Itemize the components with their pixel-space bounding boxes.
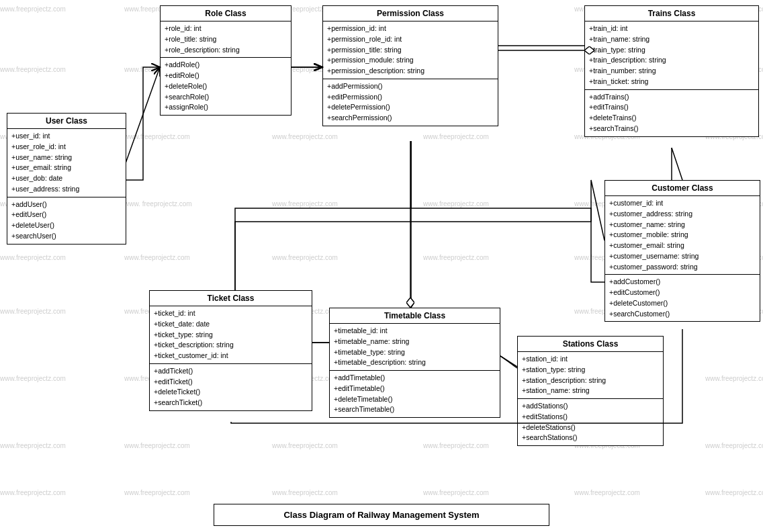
tt-attr-3: +timetable_type: string: [334, 347, 496, 358]
user-method-1: +addUser(): [11, 200, 122, 210]
stations-class-attributes: +station_id: int +station_type: string +…: [518, 352, 663, 399]
watermark-49: www.freeprojectz.com: [0, 489, 66, 496]
sta-method-1: +addStations(): [522, 401, 659, 412]
svg-line-13: [672, 148, 682, 180]
caption-box: Class Diagram of Railway Management Syst…: [214, 504, 549, 526]
tick-method-2: +editTicket(): [154, 377, 308, 388]
perm-attr-3: +permission_title: string: [327, 45, 494, 56]
sta-method-4: +searchStations(): [522, 433, 659, 443]
role-class-attributes: +role_id: int +role_title: string +role_…: [161, 21, 291, 58]
trains-attr-2: +train_name: string: [589, 34, 754, 45]
role-class-box: Role Class +role_id: int +role_title: st…: [160, 5, 291, 116]
tick-attr-4: +ticket_description: string: [154, 340, 308, 351]
user-attr-4: +user_email: string: [11, 163, 122, 173]
watermark-20: www. freeprojectz.com: [124, 200, 192, 208]
timetable-class-attributes: +timetable_id: int +timetable_name: stri…: [330, 324, 500, 371]
role-attr-1: +role_id: int: [165, 24, 287, 34]
perm-attr-4: +permission_module: string: [327, 55, 494, 66]
ticket-class-title: Ticket Class: [150, 291, 312, 306]
watermark-42: www.freeprojectz.com: [705, 375, 763, 382]
role-attr-2: +role_title: string: [165, 34, 287, 45]
svg-line-15: [500, 356, 517, 368]
role-method-5: +assignRole(): [165, 102, 287, 113]
watermark-26: www.freeprojectz.com: [124, 254, 190, 261]
perm-attr-1: +permission_id: int: [327, 24, 494, 34]
user-method-4: +searchUser(): [11, 231, 122, 242]
trains-method-4: +searchTrains(): [589, 124, 754, 134]
tick-method-3: +deleteTicket(): [154, 387, 308, 398]
user-class-title: User Class: [7, 114, 126, 129]
tt-attr-1: +timetable_id: int: [334, 326, 496, 337]
ticket-class-box: Ticket Class +ticket_id: int +ticket_dat…: [149, 290, 312, 411]
watermark-15: www.freeprojectz.com: [272, 133, 338, 140]
svg-line-6: [500, 356, 517, 367]
watermark-54: www.freeprojectz.com: [705, 489, 763, 496]
tt-method-2: +editTimetable(): [334, 384, 496, 394]
user-class-attributes: +user_id: int +user_role_id: int +user_n…: [7, 129, 126, 197]
user-attr-3: +user_name: string: [11, 152, 122, 163]
tick-attr-3: +ticket_type: string: [154, 330, 308, 341]
permission-class-methods: +addPermission() +editPermission() +dele…: [323, 79, 498, 126]
cust-method-3: +deleteCustomer(): [609, 298, 756, 309]
trains-method-2: +editTrains(): [589, 102, 754, 113]
caption-text: Class Diagram of Railway Management Syst…: [283, 510, 479, 520]
tick-method-1: +addTicket(): [154, 366, 308, 377]
watermark-1: www.freeprojectz.com: [0, 5, 66, 13]
cust-method-4: +searchCustomer(): [609, 309, 756, 320]
customer-class-attributes: +customer_id: int +customer_address: str…: [605, 196, 760, 275]
customer-class-box: Customer Class +customer_id: int +custom…: [604, 180, 760, 322]
tick-method-4: +searchTicket(): [154, 398, 308, 408]
cust-method-1: +addCustomer(): [609, 277, 756, 287]
watermark-37: www.freeprojectz.com: [0, 375, 66, 382]
sta-attr-1: +station_id: int: [522, 354, 659, 365]
role-class-title: Role Class: [161, 6, 291, 21]
perm-method-2: +editPermission(): [327, 92, 494, 103]
role-method-1: +addRole(): [165, 60, 287, 71]
trains-class-attributes: +train_id: int +train_name: string +trai…: [585, 21, 758, 90]
perm-method-3: +deletePermission(): [327, 102, 494, 113]
tick-attr-1: +ticket_id: int: [154, 308, 308, 319]
watermark-44: www.freeprojectz.com: [124, 442, 190, 449]
watermark-14: www.freeprojectz.com: [124, 133, 190, 140]
perm-method-1: +addPermission(): [327, 81, 494, 92]
watermark-27: www.freeprojectz.com: [272, 254, 338, 261]
watermark-16: www.freeprojectz.com: [423, 133, 489, 140]
cust-attr-1: +customer_id: int: [609, 198, 756, 209]
sta-method-3: +deleteStations(): [522, 423, 659, 433]
ticket-class-methods: +addTicket() +editTicket() +deleteTicket…: [150, 364, 312, 410]
permission-class-attributes: +permission_id: int +permission_role_id:…: [323, 21, 498, 79]
watermark-31: www.freeprojectz.com: [0, 308, 66, 315]
tick-attr-5: +ticket_customer_id: int: [154, 351, 308, 361]
trains-class-box: Trains Class +train_id: int +train_name:…: [584, 5, 759, 137]
trains-attr-6: +train_ticket: string: [589, 77, 754, 87]
watermark-25: www.freeprojectz.com: [0, 254, 66, 261]
timetable-class-title: Timetable Class: [330, 308, 500, 324]
stations-class-box: Stations Class +station_id: int +station…: [517, 336, 664, 446]
watermark-45: www.freeprojectz.com: [272, 442, 338, 449]
role-method-2: +editRole(): [165, 71, 287, 81]
customer-class-title: Customer Class: [605, 181, 760, 196]
tt-method-4: +searchTimetable(): [334, 404, 496, 415]
sta-attr-2: +station_type: string: [522, 365, 659, 375]
watermark-28: www.freeprojectz.com: [423, 254, 489, 261]
timetable-class-methods: +addTimetable() +editTimetable() +delete…: [330, 371, 500, 417]
watermark-53: www.freeprojectz.com: [574, 489, 640, 496]
tt-attr-2: +timetable_name: string: [334, 337, 496, 347]
role-class-methods: +addRole() +editRole() +deleteRole() +se…: [161, 58, 291, 115]
cust-attr-7: +customer_password: string: [609, 262, 756, 273]
cust-attr-5: +customer_email: string: [609, 240, 756, 251]
stations-class-title: Stations Class: [518, 337, 663, 352]
cust-attr-3: +customer_name: string: [609, 220, 756, 230]
permission-class-title: Permission Class: [323, 6, 498, 21]
role-attr-3: +role_description: string: [165, 45, 287, 56]
watermark-22: www.freeprojectz.com: [423, 200, 489, 208]
watermark-43: www.freeprojectz.com: [0, 442, 66, 449]
tick-attr-2: +ticket_date: date: [154, 319, 308, 330]
user-method-3: +deleteUser(): [11, 220, 122, 231]
trains-method-1: +addTrains(): [589, 92, 754, 103]
permission-class-box: Permission Class +permission_id: int +pe…: [322, 5, 498, 126]
sta-attr-3: +station_description: string: [522, 375, 659, 386]
tt-method-3: +deleteTimetable(): [334, 394, 496, 405]
cust-attr-6: +customer_username: string: [609, 251, 756, 262]
watermark-51: www.freeprojectz.com: [272, 489, 338, 496]
